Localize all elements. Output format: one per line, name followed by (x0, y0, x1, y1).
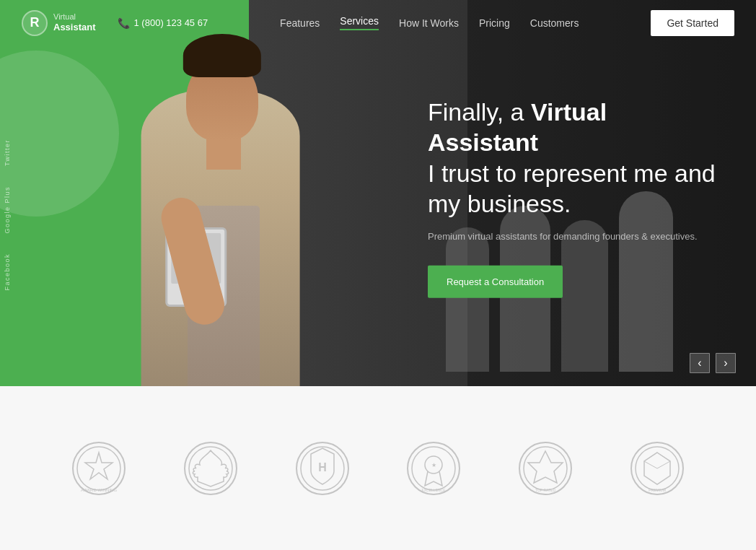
hero-headline: Finally, a Virtual Assistant I trust to … (428, 96, 716, 219)
logo[interactable]: R Virtual Assistant (22, 10, 96, 36)
badge-4: ★ EXCELLENCE (405, 440, 462, 497)
badge-2 (182, 440, 239, 497)
badge-5: TOP RATED (517, 440, 574, 497)
nav-services[interactable]: Services (340, 15, 379, 30)
svg-marker-2 (85, 453, 113, 479)
badge-gem-icon: PREMIUM (628, 440, 686, 497)
svg-point-10 (412, 447, 455, 490)
svg-point-9 (408, 442, 460, 494)
phone-icon: 📞 (118, 17, 130, 29)
svg-text:★: ★ (431, 462, 436, 468)
logo-text: Virtual Assistant (53, 12, 96, 33)
svg-text:PREMIUM: PREMIUM (649, 488, 666, 492)
slider-prev-button[interactable]: ‹ (690, 353, 710, 373)
svg-marker-21 (644, 453, 670, 468)
slider-navigation: ‹ › (690, 353, 736, 373)
badge-diamond-icon: TOP RATED (517, 440, 574, 497)
svg-point-15 (524, 447, 567, 490)
get-started-button[interactable]: Get Started (651, 10, 734, 36)
nav-how-it-works[interactable]: How It Works (399, 17, 459, 29)
nav-pricing[interactable]: Pricing (479, 17, 510, 29)
svg-text:TOP RATED: TOP RATED (535, 488, 555, 492)
nav-customers[interactable]: Customers (530, 17, 579, 29)
badge-leaf-icon (182, 440, 239, 497)
badge-1: AWARD WINNING (70, 440, 128, 497)
svg-marker-16 (528, 451, 563, 483)
svg-text:AWARD WINNING: AWARD WINNING (81, 488, 118, 492)
badges-section: AWARD WINNING H ★ EXCELLENCE (0, 386, 756, 550)
hero-subtitle: Premium virtual assistants for demanding… (428, 229, 716, 244)
svg-point-0 (73, 442, 125, 494)
logo-icon: R (22, 10, 48, 36)
header-left: R Virtual Assistant 📞 1 (800) 123 45 67 (22, 10, 208, 36)
badge-shield-icon: H (294, 440, 351, 497)
slider-next-button[interactable]: › (716, 353, 736, 373)
header: R Virtual Assistant 📞 1 (800) 123 45 67 … (0, 0, 756, 45)
hero-headline-part1: Finally, a (428, 97, 531, 125)
nav-features[interactable]: Features (280, 17, 320, 29)
badge-3: H (294, 440, 351, 497)
social-google-plus[interactable]: Google Plus (0, 175, 16, 243)
social-facebook[interactable]: Facebook (0, 243, 16, 301)
consultation-button[interactable]: Request a Consultation (428, 266, 563, 298)
phone-display: 📞 1 (800) 123 45 67 (118, 17, 208, 29)
svg-text:H: H (318, 461, 327, 473)
main-nav: Features Services How It Works Pricing C… (280, 15, 579, 30)
badge-6: PREMIUM (628, 440, 686, 497)
hero-headline-part2: I trust to represent me and my business. (428, 159, 716, 217)
hero-content: Finally, a Virtual Assistant I trust to … (428, 96, 716, 298)
logo-tagline: Assistant (53, 22, 96, 33)
phone-number: 1 (800) 123 45 67 (134, 17, 208, 28)
svg-text:EXCELLENCE: EXCELLENCE (422, 488, 447, 492)
social-sidebar: Twitter Google Plus Facebook (0, 128, 16, 300)
badge-award-icon: ★ EXCELLENCE (405, 440, 462, 497)
badge-star-icon: AWARD WINNING (70, 440, 128, 497)
social-twitter[interactable]: Twitter (0, 128, 16, 175)
logo-name: Virtual (53, 12, 96, 22)
